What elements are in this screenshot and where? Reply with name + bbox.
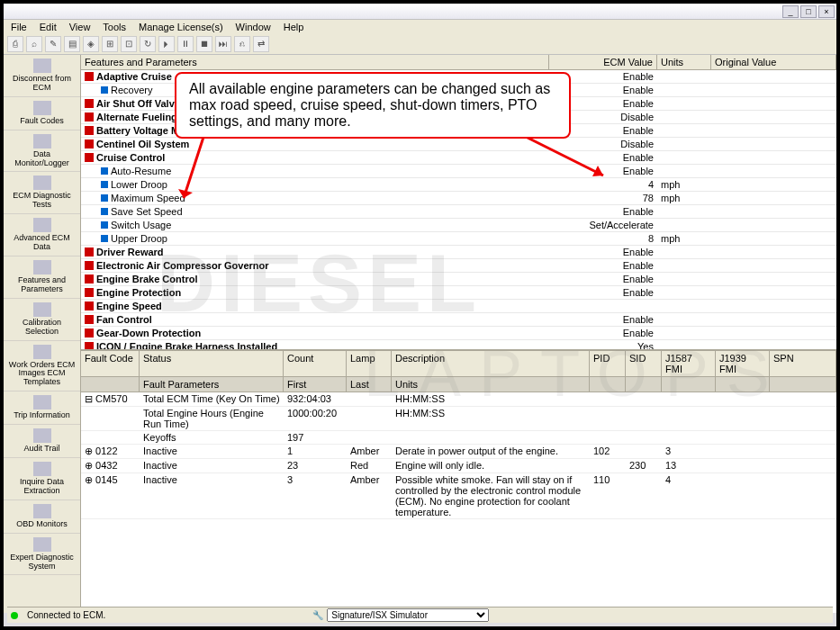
close-button[interactable]: × (818, 5, 835, 18)
fc-cell-sid (626, 407, 662, 409)
sidebar-item[interactable]: Calibration Selection (4, 299, 80, 341)
col-features[interactable]: Features and Parameters (81, 55, 549, 69)
toolbar-button[interactable]: ⊡ (121, 36, 137, 52)
toolbar-button[interactable]: ⏵ (158, 36, 175, 52)
toolbar-button[interactable]: ⏭ (215, 36, 231, 52)
fc-cell-lamp (347, 407, 392, 409)
sidebar-item[interactable]: Features and Parameters (4, 256, 80, 299)
sidebar-item[interactable]: ECM Diagnostic Tests (4, 172, 80, 214)
param-value[interactable]: Set/Accelerate (549, 220, 657, 230)
toolbar-button[interactable]: ⊞ (102, 36, 118, 52)
param-group-icon (85, 126, 94, 135)
toolbar-button[interactable]: ⎌ (234, 36, 250, 52)
menu-file[interactable]: File (11, 22, 27, 32)
col-j1939[interactable]: J1939 FMI (716, 351, 770, 377)
col-ecm-value[interactable]: ECM Value (549, 55, 657, 69)
col-spn[interactable]: SPN (770, 351, 836, 377)
param-row[interactable]: Switch UsageSet/Accelerate (81, 219, 836, 232)
param-value[interactable]: Enable (549, 274, 657, 284)
param-row[interactable]: ICON / Engine Brake Harness InstalledYes (81, 340, 836, 349)
sidebar-item[interactable]: Expert Diagnostic System (4, 534, 80, 576)
menu-edit[interactable]: Edit (40, 22, 57, 32)
fault-code-row[interactable]: Keyoffs197 (81, 431, 836, 445)
toolbar-button[interactable]: ▤ (64, 36, 80, 52)
sim-icon: 🔧 (312, 610, 323, 620)
col-status[interactable]: Status (140, 351, 284, 377)
fault-code-row[interactable]: ⊕ 0122Inactive1AmberDerate in power outp… (81, 445, 836, 459)
param-group-icon (85, 261, 94, 270)
fc-cell-j1587: 13 (662, 459, 716, 472)
col-pid[interactable]: PID (590, 351, 626, 377)
param-row[interactable]: Engine Brake ControlEnable (81, 273, 836, 286)
toolbar-button[interactable]: ⌕ (26, 36, 42, 52)
minimize-button[interactable]: _ (782, 5, 799, 18)
param-name: Engine Speed (81, 301, 549, 311)
menu-tools[interactable]: Tools (103, 22, 126, 32)
fc-cell-status: Inactive (140, 473, 284, 486)
param-value[interactable]: Enable (549, 260, 657, 271)
param-value[interactable]: 8 (549, 233, 657, 244)
col-j1587[interactable]: J1587 FMI (662, 351, 716, 377)
sidebar-item[interactable]: Work Orders ECM Images ECM Templates (4, 341, 80, 392)
sidebar-item[interactable]: Trip Information (4, 392, 80, 425)
col-lamp[interactable]: Lamp (347, 351, 392, 377)
sidebar-item[interactable]: Fault Codes (4, 97, 80, 130)
sidebar-item[interactable]: OBD Monitors (4, 500, 80, 534)
menu-manage-license[interactable]: Manage License(s) (139, 22, 223, 32)
sidebar-item[interactable]: Disconnect from ECM (4, 55, 80, 97)
param-row[interactable]: Engine ProtectionEnable (81, 286, 836, 300)
param-value[interactable]: Enable (549, 314, 657, 325)
fault-code-row[interactable]: Total Engine Hours (Engine Run Time)1000… (81, 407, 836, 431)
sidebar-item[interactable]: Data Monitor/Logger (4, 130, 80, 173)
menu-window[interactable]: Window (236, 22, 271, 32)
fault-code-row[interactable]: ⊟ CM570Total ECM Time (Key On Time)932:0… (81, 392, 836, 407)
toolbar: ⎙ ⌕ ✎ ▤ ◈ ⊞ ⊡ ↻ ⏵ ⏸ ⏹ ⏭ ⎌ ⇄ (4, 34, 836, 55)
connection-status: Connected to ECM. (27, 610, 105, 620)
param-value[interactable]: Enable (549, 287, 657, 298)
col-units[interactable]: Units (657, 55, 711, 69)
maximize-button[interactable]: □ (800, 5, 817, 18)
toolbar-button[interactable]: ◈ (83, 36, 99, 52)
col-fault-code[interactable]: Fault Code (81, 351, 140, 377)
param-row[interactable]: Driver RewardEnable (81, 246, 836, 259)
param-value[interactable]: 78 (549, 193, 657, 203)
sidebar-item[interactable]: Inquire Data Extraction (4, 458, 80, 500)
sidebar-item[interactable]: Advanced ECM Data (4, 214, 80, 256)
toolbar-button[interactable]: ⏹ (196, 36, 212, 52)
fc-cell-j1939 (716, 445, 770, 446)
toolbar-button[interactable]: ⎙ (7, 36, 23, 52)
param-row[interactable]: Engine Speed (81, 300, 836, 313)
toolbar-button[interactable]: ⏸ (177, 36, 194, 52)
toolbar-button[interactable]: ↻ (140, 36, 156, 52)
param-group-icon (85, 302, 94, 310)
param-row[interactable]: Gear-Down ProtectionEnable (81, 327, 836, 340)
param-value[interactable]: Enable (549, 247, 657, 257)
param-row[interactable]: Electronic Air Compressor GovernorEnable (81, 259, 836, 273)
param-row[interactable]: Fan ControlEnable (81, 313, 836, 327)
param-units: mph (657, 193, 711, 203)
param-value[interactable]: Enable (549, 206, 657, 217)
col-original-value[interactable]: Original Value (711, 55, 836, 69)
param-value[interactable]: Enable (549, 328, 657, 338)
fc-cell-code: ⊕ 0122 (81, 445, 140, 458)
toolbar-button[interactable]: ⇄ (253, 36, 269, 52)
menu-view[interactable]: View (69, 22, 91, 32)
param-value[interactable]: Yes (549, 341, 657, 349)
toolbar-button[interactable]: ✎ (45, 36, 61, 52)
fault-code-row[interactable]: ⊕ 0432Inactive23RedEngine will only idle… (81, 459, 836, 473)
sidebar-item[interactable]: Audit Trail (4, 425, 80, 458)
menu-help[interactable]: Help (284, 22, 304, 32)
fc-cell-status: Inactive (140, 445, 284, 457)
col-count[interactable]: Count (284, 351, 347, 377)
sidebar-item-label: Disconnect from ECM (6, 75, 77, 93)
param-group-icon (85, 72, 94, 81)
simulator-select[interactable]: Signature/ISX Simulator (327, 608, 489, 622)
param-name: Maximum Speed (81, 193, 549, 203)
fault-code-row[interactable]: ⊕ 0145Inactive3AmberPossible white smoke… (81, 473, 836, 519)
fault-codes-grid[interactable]: ⊟ CM570Total ECM Time (Key On Time)932:0… (81, 392, 836, 613)
param-name: Save Set Speed (81, 206, 549, 217)
col-sid[interactable]: SID (626, 351, 662, 377)
col-description[interactable]: Description (392, 351, 590, 377)
param-group-icon (85, 274, 94, 284)
param-row[interactable]: Upper Droop8mph (81, 232, 836, 246)
